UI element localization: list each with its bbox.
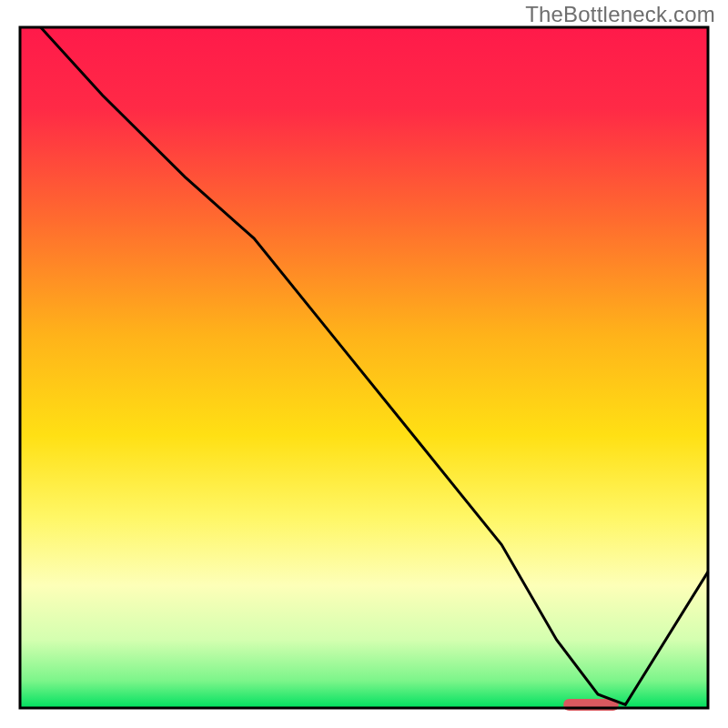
bottleneck-chart: [0, 0, 728, 728]
chart-container: { "watermark": "TheBottleneck.com", "cha…: [0, 0, 728, 728]
chart-background: [20, 27, 708, 708]
